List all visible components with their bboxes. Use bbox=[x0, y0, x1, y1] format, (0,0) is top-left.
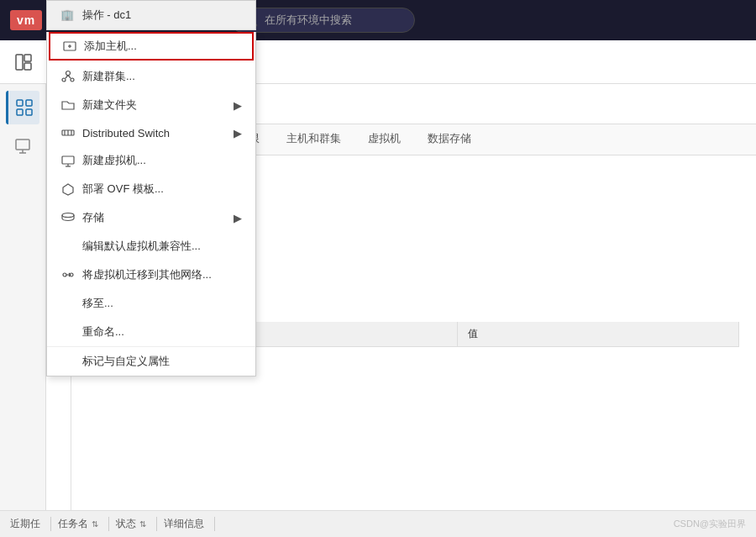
menu-item-tags[interactable]: 标记与自定义属性 bbox=[47, 346, 255, 376]
tab-datastores[interactable]: 数据存储 bbox=[414, 124, 485, 155]
svg-line-38 bbox=[68, 76, 71, 79]
global-search[interactable]: 🔍 在所有环境中搜索 bbox=[230, 8, 415, 33]
status-col: 状态 ⇅ bbox=[116, 517, 157, 531]
watermark: CSDN@实验田界 bbox=[674, 518, 746, 530]
tab-hosts-clusters[interactable]: 主机和群集 bbox=[273, 124, 354, 155]
svg-rect-15 bbox=[26, 109, 32, 115]
new-vm-icon bbox=[60, 154, 76, 167]
menu-item-add-host[interactable]: 添加主机... bbox=[49, 32, 254, 61]
svg-point-36 bbox=[71, 78, 74, 82]
sidebar bbox=[0, 84, 46, 537]
svg-rect-0 bbox=[16, 55, 23, 70]
menu-item-migrate-vm[interactable]: 将虚拟机迁移到其他网络... bbox=[47, 261, 255, 289]
task-name-col: 任务名 ⇅ bbox=[58, 517, 109, 531]
task-name-sort-icon[interactable]: ⇅ bbox=[92, 519, 98, 529]
menu-item-edit-compat[interactable]: 编辑默认虚拟机兼容性... bbox=[47, 232, 255, 261]
task-name-label: 任务名 bbox=[58, 517, 88, 531]
context-menu-overlay: 🏢 操作 - dc1 添加主机... bbox=[46, 0, 256, 376]
svg-rect-16 bbox=[16, 140, 29, 150]
dropdown-menu: 添加主机... 新建群集... bbox=[46, 32, 256, 376]
new-folder-arrow: ▶ bbox=[234, 99, 242, 112]
deploy-ovf-icon bbox=[60, 182, 76, 196]
distributed-switch-icon bbox=[60, 126, 76, 140]
svg-line-37 bbox=[66, 76, 68, 79]
svg-rect-12 bbox=[17, 100, 23, 106]
storage-menu-icon bbox=[60, 211, 76, 224]
bottom-bar: 近期任 任务名 ⇅ 状态 ⇅ 详细信息 CSDN@实验田界 bbox=[0, 510, 756, 537]
svg-marker-46 bbox=[63, 184, 73, 195]
menu-header-icon: 🏢 bbox=[60, 8, 74, 21]
status-label: 状态 bbox=[116, 517, 136, 531]
new-folder-icon bbox=[60, 98, 76, 112]
svg-rect-2 bbox=[24, 63, 31, 70]
menu-item-storage[interactable]: 存储 ▶ bbox=[47, 203, 255, 232]
vm-logo: vm bbox=[10, 10, 42, 30]
svg-point-47 bbox=[62, 213, 74, 218]
menu-item-deploy-ovf[interactable]: 部署 OVF 模板... bbox=[47, 175, 255, 203]
recent-tasks-section: 近期任 bbox=[10, 517, 51, 531]
migrate-vm-icon bbox=[60, 268, 76, 282]
distributed-switch-arrow: ▶ bbox=[234, 127, 242, 140]
status-sort-icon[interactable]: ⇅ bbox=[139, 519, 146, 529]
recent-tasks-label: 近期任 bbox=[10, 517, 40, 531]
svg-point-35 bbox=[62, 78, 66, 82]
storage-arrow: ▶ bbox=[234, 212, 242, 224]
svg-rect-43 bbox=[62, 156, 74, 164]
svg-point-34 bbox=[66, 71, 71, 76]
details-label: 详细信息 bbox=[164, 517, 204, 531]
menu-item-move-to[interactable]: 移至... bbox=[47, 289, 255, 318]
sidebar-item-nav[interactable] bbox=[6, 91, 39, 124]
svg-point-48 bbox=[63, 273, 66, 276]
svg-rect-13 bbox=[26, 100, 32, 106]
sidebar-item-vm[interactable] bbox=[6, 129, 39, 163]
menu-header: 🏢 操作 - dc1 bbox=[46, 0, 256, 30]
menu-item-new-vm[interactable]: 新建虚拟机... bbox=[47, 146, 255, 175]
menu-item-rename[interactable]: 重命名... bbox=[47, 318, 255, 346]
value-col-header: 值 bbox=[457, 322, 738, 347]
svg-rect-1 bbox=[24, 55, 31, 61]
details-col: 详细信息 bbox=[164, 517, 215, 531]
new-cluster-icon bbox=[60, 70, 76, 83]
nav-panel-toggle[interactable] bbox=[10, 49, 37, 76]
tab-vms[interactable]: 虚拟机 bbox=[354, 124, 414, 155]
menu-item-new-folder[interactable]: 新建文件夹 ▶ bbox=[47, 91, 255, 119]
svg-rect-14 bbox=[17, 109, 23, 115]
add-host-icon bbox=[62, 39, 77, 53]
menu-item-distributed-switch[interactable]: Distributed Switch ▶ bbox=[47, 119, 255, 146]
menu-item-new-cluster[interactable]: 新建群集... bbox=[47, 62, 255, 91]
